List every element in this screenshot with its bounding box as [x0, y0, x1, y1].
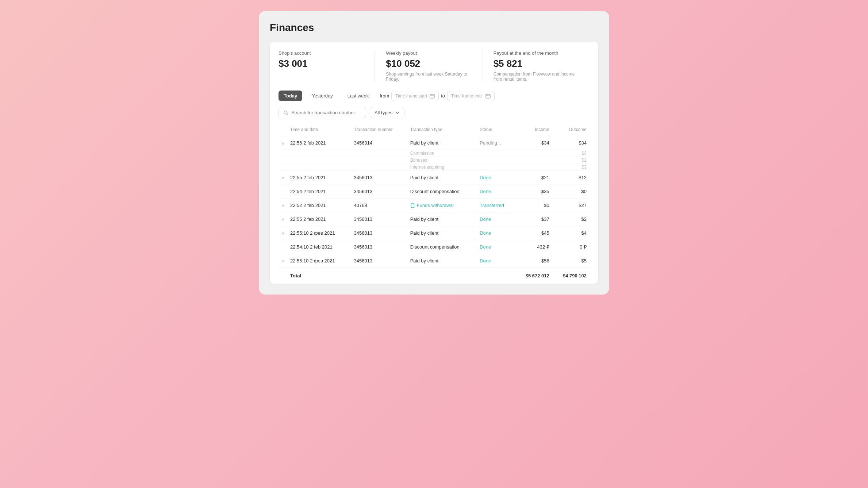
cell-tx-number: 3456013 — [351, 171, 407, 185]
cell-tx-number: 3456014 — [351, 136, 407, 150]
cell-tx-type: Paid by client — [407, 226, 477, 240]
cell-time-date: 22:54:10 2 feb 2021 — [287, 240, 351, 254]
search-icon — [283, 110, 288, 115]
cell-outcome: $12 — [552, 171, 589, 185]
table-row: ∧22:56 2 feb 20213456014Paid by clientPe… — [279, 136, 589, 150]
search-type-row: All types — [279, 107, 589, 118]
cell-outcome: $2 — [552, 212, 589, 226]
tx-type-link[interactable]: Funds withdrawal — [410, 203, 474, 208]
sub-label: Internet-acquiring — [407, 164, 477, 171]
calendar-icon — [430, 93, 435, 99]
sub-row: Internet-acquiring$3 — [279, 164, 589, 171]
today-button[interactable]: Today — [279, 91, 302, 101]
cell-income: $56 — [515, 254, 552, 268]
weekly-payout-desc: Shop earnings from last week Saturday to… — [386, 72, 471, 82]
search-input[interactable] — [291, 110, 361, 115]
cell-tx-number: 3456013 — [351, 185, 407, 199]
cell-tx-type: Paid by client — [407, 171, 477, 185]
cell-tx-type: Discount compensation — [407, 240, 477, 254]
col-time-date: Time and date — [287, 125, 351, 136]
sub-outcome: $3 — [552, 164, 589, 171]
cell-time-date: 22:55 2 feb 2021 — [287, 171, 351, 185]
cell-tx-number: 3456013 — [351, 254, 407, 268]
cell-time-date: 22:52 2 feb 2021 — [287, 199, 351, 212]
chevron-cell[interactable]: ∨ — [279, 199, 287, 212]
filter-bar: Today Yesterday Last week from Time fram… — [279, 91, 589, 101]
cell-time-date: 22:55:10 2 фев 2021 — [287, 226, 351, 240]
cell-outcome: $4 — [552, 226, 589, 240]
month-payout-label: Payout at the end of the month — [493, 50, 579, 56]
cell-outcome: $27 — [552, 199, 589, 212]
cell-tx-type: Paid by client — [407, 254, 477, 268]
sub-outcome: $3 — [552, 150, 589, 157]
inner-card: Shop's account $3 001 Weekly payout $10 … — [270, 42, 598, 284]
table-row: ∨22:55:10 2 фев 20213456013Paid by clien… — [279, 226, 589, 240]
search-box[interactable] — [279, 107, 366, 118]
chevron-cell[interactable]: ∨ — [279, 171, 287, 185]
cell-income: $37 — [515, 212, 552, 226]
cell-tx-number: 3456013 — [351, 226, 407, 240]
cell-time-date: 22:54 2 feb 2021 — [287, 185, 351, 199]
chevron-cell[interactable]: ∧ — [279, 136, 287, 150]
cell-status: Done — [477, 185, 515, 199]
chevron-down-icon — [395, 111, 400, 115]
cell-outcome: $0 — [552, 185, 589, 199]
sub-income — [515, 164, 552, 171]
col-tx-type: Transaction type — [407, 125, 477, 136]
cell-status: Done — [477, 240, 515, 254]
cell-status: Done — [477, 171, 515, 185]
sub-label: Commission — [407, 150, 477, 157]
total-label: Total — [287, 268, 351, 284]
sub-outcome: $2 — [552, 157, 589, 164]
cell-tx-type: Paid by client — [407, 212, 477, 226]
cell-income: $0 — [515, 199, 552, 212]
table-row: ∨22:55 2 feb 20213456013Paid by clientDo… — [279, 212, 589, 226]
shop-account-label: Shop's account — [279, 50, 364, 56]
date-start-input[interactable]: Time frame start — [391, 91, 439, 101]
to-label: to — [441, 93, 445, 99]
cell-income: $21 — [515, 171, 552, 185]
cell-time-date: 22:56 2 feb 2021 — [287, 136, 351, 150]
month-payout-desc: Compensation from Flowwow and income fro… — [493, 72, 579, 82]
table-row: ∨22:55:10 2 фев 20213456013Paid by clien… — [279, 254, 589, 268]
yesterday-button[interactable]: Yesterday — [307, 91, 338, 101]
last-week-button[interactable]: Last week — [342, 91, 374, 101]
calendar-end-icon — [485, 93, 491, 99]
svg-rect-4 — [486, 94, 490, 98]
sub-row: Commission$3 — [279, 150, 589, 157]
total-empty — [279, 268, 287, 284]
total-outcome: $4 790 102 — [552, 268, 589, 284]
from-label: from — [380, 93, 389, 99]
cell-outcome: 0 ₽ — [552, 240, 589, 254]
chevron-cell[interactable]: ∨ — [279, 226, 287, 240]
summary-row: Shop's account $3 001 Weekly payout $10 … — [279, 50, 589, 82]
weekly-payout-value: $10 052 — [386, 58, 471, 69]
cell-status: Pending... — [477, 136, 515, 150]
table-row: ∨22:55 2 feb 20213456013Paid by clientDo… — [279, 171, 589, 185]
svg-rect-0 — [430, 94, 434, 98]
from-to-group: from Time frame start to Time frame end — [380, 91, 495, 101]
chevron-cell — [279, 185, 287, 199]
sub-income — [515, 157, 552, 164]
table-row: ∨22:52 2 feb 202140768Funds withdrawalTr… — [279, 199, 589, 212]
month-payout-value: $5 821 — [493, 58, 579, 69]
outer-card: Finances Shop's account $3 001 Weekly pa… — [259, 11, 609, 295]
cell-tx-type: Discount compensation — [407, 185, 477, 199]
file-icon — [410, 203, 415, 208]
cell-income: $35 — [515, 185, 552, 199]
page-title: Finances — [270, 22, 598, 34]
total-row: Total $5 672 012 $4 790 102 — [279, 268, 589, 284]
cell-status: Done — [477, 212, 515, 226]
col-status: Status — [477, 125, 515, 136]
shop-account-value: $3 001 — [279, 58, 364, 69]
summary-month-payout: Payout at the end of the month $5 821 Co… — [482, 50, 589, 82]
cell-tx-type: Funds withdrawal — [407, 199, 477, 212]
table-container: Time and date Transaction number Transac… — [279, 125, 589, 284]
summary-shop-account: Shop's account $3 001 — [279, 50, 375, 82]
chevron-cell[interactable]: ∨ — [279, 212, 287, 226]
chevron-cell[interactable]: ∨ — [279, 254, 287, 268]
cell-time-date: 22:55:10 2 фев 2021 — [287, 254, 351, 268]
type-select[interactable]: All types — [370, 107, 404, 118]
cell-income: 432 ₽ — [515, 240, 552, 254]
date-end-input[interactable]: Time frame end — [447, 91, 495, 101]
